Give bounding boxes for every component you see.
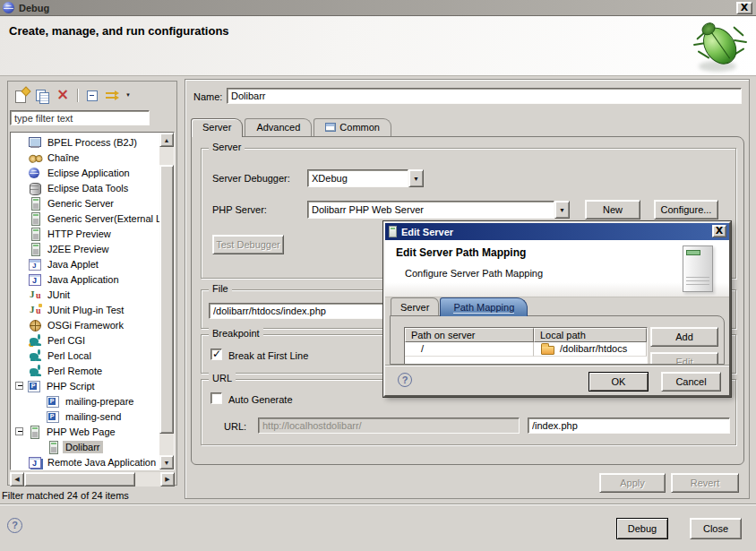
test-debugger-button: Test Debugger (212, 235, 284, 254)
tree-item-http-preview[interactable]: HTTP Preview (11, 226, 159, 241)
revert-button: Revert (671, 473, 739, 493)
filter-icon[interactable] (105, 88, 121, 103)
footer-separator (0, 504, 756, 505)
database-icon (28, 182, 43, 194)
tree-item-php-script[interactable]: PHP Script (11, 378, 159, 393)
scrollbar-thumb[interactable] (24, 472, 135, 486)
path-mapping-table[interactable]: Path on serverLocal path//dolibarr/htdoc… (404, 327, 648, 365)
tree-item-osgi-framework[interactable]: OSGi Framework (11, 317, 159, 332)
tree-item-dolibarr[interactable]: Dolibarr (11, 439, 159, 454)
tree-item-generic-server-external-la[interactable]: Generic Server(External La (11, 211, 159, 226)
tree-item-mailing-send[interactable]: mailing-send (11, 409, 159, 424)
tree-item-remote-java-application[interactable]: Remote Java Application (11, 454, 159, 469)
perl-cgi-icon (28, 334, 43, 347)
chevron-down-icon[interactable]: ▼ (554, 201, 570, 219)
tree-item-label: Generic Server (45, 197, 116, 210)
new-server-button[interactable]: New (585, 200, 640, 220)
tree-item-junit[interactable]: JUnit (11, 287, 159, 302)
tree-item-junit-plug-in-test[interactable]: JUnit Plug-in Test (11, 302, 159, 317)
break-first-line-label: Break at First Line (228, 350, 308, 361)
chevron-down-icon[interactable]: ▼ (408, 169, 424, 187)
url-path-input[interactable] (528, 418, 730, 434)
server-debugger-combo[interactable]: XDebug ▼ (307, 169, 424, 187)
dialog-close-icon[interactable]: X (712, 225, 726, 237)
scroll-down-icon[interactable]: ▼ (159, 455, 174, 469)
help-icon[interactable]: ? (7, 518, 22, 533)
tree-item-bpel-process-b2j[interactable]: BPEL Process (B2J) (11, 134, 159, 150)
dialog-header: Edit Server Path Mapping Configure Serve… (385, 240, 729, 297)
dialog-tabs: ServerPath Mapping (391, 297, 528, 316)
close-button[interactable]: Close (690, 518, 742, 539)
php-server-combo[interactable]: Dolibarr PHP Web Server ▼ (307, 201, 570, 219)
dialog-title: Edit Server (401, 227, 453, 237)
perl-icon (28, 349, 43, 362)
auto-generate-checkbox[interactable] (210, 392, 222, 404)
junit-icon (28, 288, 43, 301)
tree-horizontal-scrollbar[interactable]: ◀ ▶ (10, 472, 175, 486)
tree-item-mailing-prepare[interactable]: mailing-prepare (11, 393, 159, 409)
banner: Create, manage, and run configurations (0, 16, 756, 76)
tree-item-generic-server[interactable]: Generic Server (11, 195, 159, 211)
delete-icon[interactable] (55, 88, 71, 103)
column-header[interactable]: Local path (534, 328, 647, 342)
table-row[interactable]: //dolibarr/htdocs (405, 342, 647, 357)
tab-server[interactable]: Server (191, 118, 243, 137)
banner-title: Create, manage, and run configurations (9, 24, 229, 38)
expander-minus-icon[interactable] (15, 427, 23, 435)
filter-input[interactable] (10, 110, 150, 125)
scroll-right-icon[interactable]: ▶ (160, 472, 175, 486)
window-titlebar: Debug X (0, 0, 756, 16)
scrollbar-thumb[interactable] (159, 165, 174, 434)
collapse-all-icon[interactable] (84, 88, 100, 103)
edit-server-dialog: Edit Server X Edit Server Path Mapping C… (383, 221, 731, 397)
help-icon[interactable]: ? (398, 373, 412, 387)
perl-icon (28, 365, 43, 377)
tree-vertical-scrollbar[interactable]: ▲ ▼ (159, 133, 174, 469)
java-applet-icon (28, 258, 43, 271)
tree-item-label: PHP Web Page (44, 426, 118, 438)
tree-item-eclipse-application[interactable]: Eclipse Application (11, 165, 159, 180)
folder-icon (541, 346, 554, 355)
tab-server[interactable]: Server (391, 297, 439, 315)
tree-item-perl-remote[interactable]: Perl Remote (11, 363, 159, 378)
apply-button: Apply (599, 473, 666, 493)
binoculars-icon (26, 150, 44, 165)
debug-button[interactable]: Debug (616, 518, 668, 539)
scroll-up-icon[interactable]: ▲ (159, 133, 174, 147)
window-close-icon[interactable]: X (736, 2, 752, 14)
junit-plugin-icon (28, 304, 43, 316)
break-first-line-checkbox[interactable] (210, 349, 222, 360)
dropdown-arrow-icon[interactable] (125, 88, 134, 103)
tree-item-cha-ne[interactable]: Chaîne (11, 150, 159, 165)
tree-item-eclipse-data-tools[interactable]: Eclipse Data Tools (11, 180, 159, 195)
tree-item-java-application[interactable]: Java Application (11, 271, 159, 287)
php-script-icon (27, 380, 42, 392)
configure-server-button[interactable]: Configure... (654, 200, 718, 220)
server-icon (28, 228, 43, 240)
tree-item-java-applet[interactable]: Java Applet (11, 256, 159, 271)
name-input[interactable] (227, 88, 742, 104)
tree-item-perl-local[interactable]: Perl Local (11, 348, 159, 363)
cancel-button[interactable]: Cancel (661, 372, 721, 392)
add-mapping-button[interactable]: Add (650, 327, 718, 347)
server-group-label: Server (209, 142, 245, 152)
expander-minus-icon[interactable] (15, 382, 23, 390)
tree-item-perl-cgi[interactable]: Perl CGI (11, 332, 159, 348)
dialog-button-bar: ? OK Cancel (385, 365, 729, 395)
tree-item-j2ee-preview[interactable]: J2EE Preview (11, 241, 159, 256)
ok-button[interactable]: OK (588, 372, 649, 392)
tab-path-mapping[interactable]: Path Mapping (440, 297, 528, 316)
new-config-icon[interactable] (13, 88, 30, 103)
tree-item-label: Java Application (45, 273, 122, 286)
column-header[interactable]: Path on server (405, 328, 534, 342)
scroll-left-icon[interactable]: ◀ (10, 472, 24, 486)
tree-item-label: Chaîne (45, 151, 82, 164)
duplicate-icon[interactable] (34, 88, 50, 103)
tree-item-php-web-page[interactable]: PHP Web Page (11, 424, 159, 439)
tab-common[interactable]: Common (314, 118, 391, 136)
tree-item-label: mailing-prepare (63, 395, 136, 408)
name-label: Name: (193, 91, 222, 102)
dialog-subheading: Configure Server Path Mapping (405, 268, 543, 279)
tab-advanced[interactable]: Advanced (245, 118, 312, 136)
configurations-toolbar (10, 83, 138, 107)
